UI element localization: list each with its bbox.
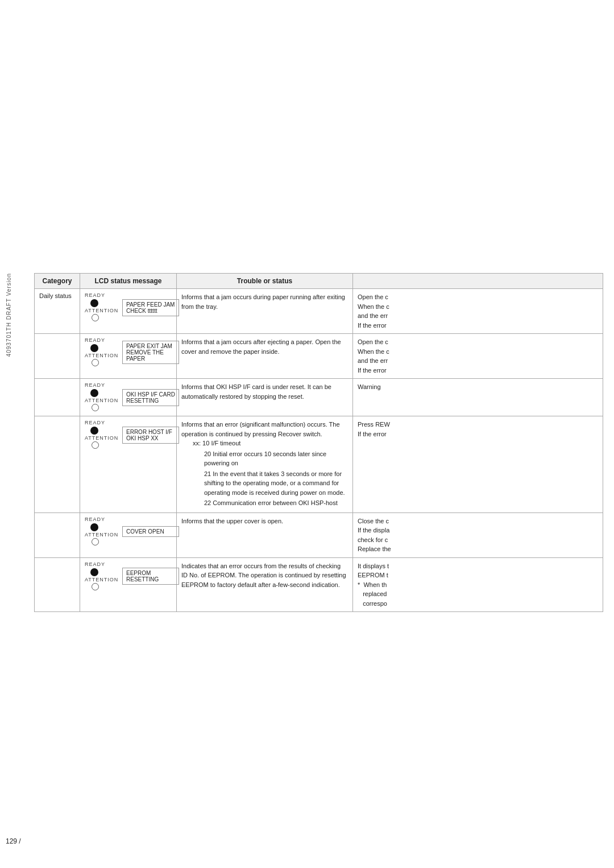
table-row: Daily status READY ATTENTION PAPER FEED … xyxy=(35,289,603,334)
lcd-cell-2: READY ATTENTION PAPER EXIT JAMREMOVE THE… xyxy=(80,334,177,379)
lcd-attention-5: ATTENTION xyxy=(85,532,118,538)
header-lcd: LCD status message xyxy=(80,274,177,289)
lcd-cell-5: READY ATTENTION COVER OPEN xyxy=(80,512,177,557)
trouble-cell-6: Indicates that an error occurs from the … xyxy=(177,557,353,612)
lcd-message-5: COVER OPEN xyxy=(122,526,179,537)
lcd-ready-2: READY xyxy=(85,337,105,343)
lcd-row-1: READY ATTENTION PAPER FEED JAMCHECK tttt… xyxy=(85,292,172,323)
lcd-message-6: EEPROMRESETTING xyxy=(122,568,179,585)
status-table: Category LCD status message Trouble or s… xyxy=(34,273,603,612)
lcd-message-2: PAPER EXIT JAMREMOVE THE PAPER xyxy=(122,341,179,364)
lcd-ready-6: READY xyxy=(85,561,105,567)
trouble-cell-5: Informs that the upper cover is open. xyxy=(177,512,353,557)
list-item: 21 In the event that it takes 3 seconds … xyxy=(204,469,348,498)
trouble-cell-4: Informs that an error (significant malfu… xyxy=(177,416,353,513)
action-cell-6: It displays tEEPROM t* When th replaced … xyxy=(353,557,603,612)
lcd-circle-2 xyxy=(92,359,99,366)
header-trouble: Trouble or status xyxy=(177,274,353,289)
trouble-list-4: xx: 10 I/F timeout 20 Initial error occu… xyxy=(193,439,348,508)
lcd-message-1: PAPER FEED JAMCHECK tttttt xyxy=(122,299,179,316)
lcd-attention-4: ATTENTION xyxy=(85,435,118,441)
lcd-row-2: READY ATTENTION PAPER EXIT JAMREMOVE THE… xyxy=(85,337,172,367)
header-category: Category xyxy=(35,274,80,289)
list-item: xx: 10 I/F timeout xyxy=(193,439,348,448)
lcd-row-5: READY ATTENTION COVER OPEN xyxy=(85,516,172,547)
category-cell-2 xyxy=(35,334,80,379)
header-action xyxy=(353,274,603,289)
watermark-text: 4093701TH DRAFT Version xyxy=(6,273,12,357)
list-item: 20 Initial error occurs 10 seconds later… xyxy=(204,449,348,468)
trouble-cell-1: Informs that a jam occurs during paper r… xyxy=(177,289,353,334)
action-cell-3: Warning xyxy=(353,379,603,416)
lcd-ready-3: READY xyxy=(85,382,105,388)
action-cell-1: Open the cWhen the cand the errIf the er… xyxy=(353,289,603,334)
lcd-circle-1 xyxy=(92,314,99,321)
category-cell-5 xyxy=(35,512,80,557)
action-cell-4: Press REWIf the error xyxy=(353,416,603,513)
lcd-row-6: READY ATTENTION EEPROMRESETTING xyxy=(85,561,172,592)
lcd-attention-3: ATTENTION xyxy=(85,398,118,403)
lcd-attention-6: ATTENTION xyxy=(85,577,118,582)
table-row: READY ATTENTION OKI HSP I/F CARDRESETTIN… xyxy=(35,379,603,416)
page-number: 129 / xyxy=(6,837,21,845)
lcd-dot-4 xyxy=(90,427,98,435)
lcd-left-3: READY ATTENTION xyxy=(85,382,119,412)
category-cell-6 xyxy=(35,557,80,612)
lcd-dot-6 xyxy=(90,568,98,576)
action-cell-5: Close the cIf the displacheck for cRepla… xyxy=(353,512,603,557)
lcd-left-1: READY ATTENTION xyxy=(85,292,119,323)
table-row: READY ATTENTION ERROR HOST I/FOKI HSP XX… xyxy=(35,416,603,513)
lcd-left-2: READY ATTENTION xyxy=(85,337,119,367)
category-cell-4 xyxy=(35,416,80,513)
lcd-dot-5 xyxy=(90,523,98,531)
lcd-attention-2: ATTENTION xyxy=(85,353,118,358)
lcd-ready-5: READY xyxy=(85,516,105,522)
category-cell: Daily status xyxy=(35,289,80,334)
lcd-cell-3: READY ATTENTION OKI HSP I/F CARDRESETTIN… xyxy=(80,379,177,416)
lcd-cell-4: READY ATTENTION ERROR HOST I/FOKI HSP XX xyxy=(80,416,177,513)
lcd-cell-6: READY ATTENTION EEPROMRESETTING xyxy=(80,557,177,612)
action-cell-2: Open the cWhen the cand the errIf the er… xyxy=(353,334,603,379)
trouble-cell-3: Informs that OKI HSP I/F card is under r… xyxy=(177,379,353,416)
lcd-row-3: READY ATTENTION OKI HSP I/F CARDRESETTIN… xyxy=(85,382,172,412)
table-row: READY ATTENTION EEPROMRESETTING Indicate… xyxy=(35,557,603,612)
lcd-circle-3 xyxy=(92,404,99,411)
lcd-left-4: READY ATTENTION xyxy=(85,420,119,450)
table-row: READY ATTENTION COVER OPEN Informs that … xyxy=(35,512,603,557)
trouble-cell-2: Informs that a jam occurs after ejecting… xyxy=(177,334,353,379)
lcd-ready-4: READY xyxy=(85,420,105,425)
lcd-left-5: READY ATTENTION xyxy=(85,516,119,547)
list-item: 22 Communication error between OKI HSP-h… xyxy=(204,498,348,508)
lcd-cell-1: READY ATTENTION PAPER FEED JAMCHECK tttt… xyxy=(80,289,177,334)
lcd-dot-3 xyxy=(90,389,98,397)
lcd-row-4: READY ATTENTION ERROR HOST I/FOKI HSP XX xyxy=(85,420,172,450)
lcd-attention-1: ATTENTION xyxy=(85,308,118,313)
lcd-circle-6 xyxy=(92,583,99,590)
lcd-dot-2 xyxy=(90,344,98,352)
lcd-left-6: READY ATTENTION xyxy=(85,561,119,592)
main-content: Category LCD status message Trouble or s… xyxy=(34,273,603,612)
lcd-ready-1: READY xyxy=(85,292,105,298)
lcd-message-3: OKI HSP I/F CARDRESETTING xyxy=(122,389,179,406)
lcd-dot-1 xyxy=(90,299,98,307)
lcd-circle-4 xyxy=(92,441,99,449)
category-cell-3 xyxy=(35,379,80,416)
lcd-message-4: ERROR HOST I/FOKI HSP XX xyxy=(122,427,179,444)
lcd-circle-5 xyxy=(92,538,99,545)
table-row: READY ATTENTION PAPER EXIT JAMREMOVE THE… xyxy=(35,334,603,379)
